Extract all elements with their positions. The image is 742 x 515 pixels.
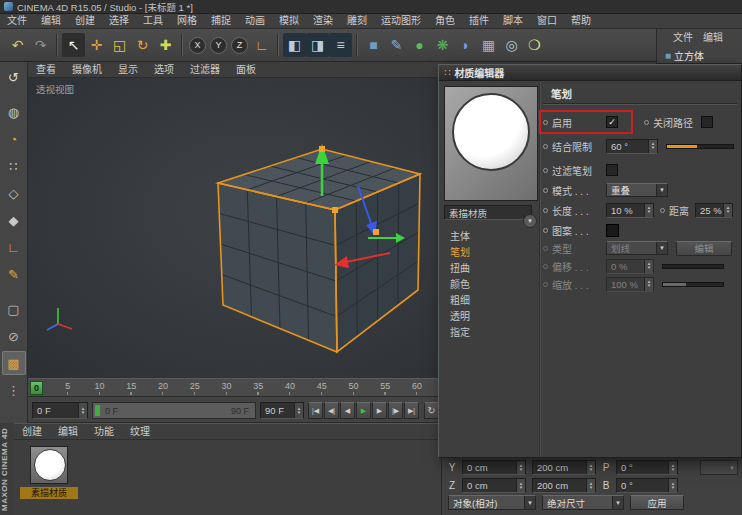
title-bar[interactable]: CINEMA 4D R15.05 / Studio - [未标题 1 *] (0, 0, 742, 14)
workplane-pen-icon[interactable]: ✎ (2, 262, 26, 286)
material-thumbnail[interactable] (30, 446, 68, 484)
prev-key-button[interactable]: ◀| (324, 402, 339, 419)
model-mode-icon[interactable]: ◍ (2, 100, 26, 124)
menu-item[interactable]: 网格 (170, 14, 204, 28)
offset-slider[interactable] (662, 264, 724, 269)
filter-strokes-checkbox[interactable] (606, 164, 618, 176)
coordinate-mode-dropdown[interactable]: 对象(相对)▼ (448, 495, 536, 510)
channel-item[interactable]: 指定 (444, 325, 536, 341)
animation-dot-icon[interactable] (543, 208, 548, 213)
toolbar-separator[interactable] (181, 34, 183, 56)
toolbar-separator[interactable] (356, 34, 358, 56)
join-limit-input[interactable]: 60 °▲▼ (606, 139, 658, 154)
stepper-arrows[interactable]: ▲▼ (586, 461, 595, 474)
scale-handle[interactable] (373, 229, 379, 235)
viewport-menu-item[interactable]: 摄像机 (64, 63, 110, 77)
render-picture-viewer-icon[interactable]: ◨ (306, 33, 329, 57)
add-cube-icon[interactable]: ■ (362, 33, 385, 57)
join-limit-slider[interactable] (666, 144, 734, 149)
channel-item[interactable]: 主体 (444, 229, 536, 245)
3d-scene[interactable] (28, 78, 441, 378)
animation-dot-icon[interactable] (543, 168, 548, 173)
coordinates-extra-dropdown[interactable]: ▼ (700, 460, 738, 475)
mode-dropdown[interactable]: 重叠▼ (606, 183, 668, 197)
stepper-arrows[interactable]: ▲▼ (586, 479, 595, 492)
offset-input[interactable]: 0 %▲▼ (606, 259, 654, 274)
menu-item[interactable]: 脚本 (496, 14, 530, 28)
material-name-input[interactable]: 素描材质 (444, 205, 532, 220)
stepper-arrows[interactable]: ▲▼ (648, 140, 657, 153)
viewport-menu-item[interactable]: 选项 (146, 63, 182, 77)
coordinate-system-icon[interactable]: ∟ (250, 33, 273, 57)
move-icon[interactable]: ✛ (85, 33, 108, 57)
pattern-swatch[interactable] (606, 224, 619, 237)
scale-icon[interactable]: ◱ (108, 33, 131, 57)
close-path-checkbox[interactable] (701, 116, 713, 128)
timeline-ruler[interactable]: 0 51015202530354045505560 (28, 378, 441, 397)
camera-icon[interactable]: ◎ (500, 33, 523, 57)
end-frame-input[interactable]: 90 F ▲▼ (260, 402, 304, 419)
apply-button[interactable]: 应用 (630, 495, 684, 510)
position-input[interactable]: 0 cm▲▼ (462, 460, 526, 475)
play-button[interactable]: ▶ (356, 402, 371, 419)
dialog-title-bar[interactable]: ∷ 材质编辑器 (439, 65, 741, 81)
axis-mode-icon[interactable]: ∟ (2, 235, 26, 259)
position-input[interactable]: 0 cm▲▼ (462, 478, 526, 493)
stepper-arrows[interactable]: ▲▼ (644, 278, 653, 291)
material-menu-item[interactable]: 纹理 (122, 425, 158, 439)
stepper-arrows[interactable]: ▲▼ (78, 403, 87, 418)
preview-options-button[interactable]: ▼ (523, 214, 537, 228)
current-frame-input[interactable]: 0 F ▲▼ (32, 402, 88, 419)
array-generator-icon[interactable]: ❋ (431, 33, 454, 57)
menu-item[interactable]: 捕捉 (204, 14, 238, 28)
menu-item[interactable]: 窗口 (530, 14, 564, 28)
range-current-marker[interactable] (95, 405, 100, 416)
menu-item[interactable]: 文件 (0, 14, 34, 28)
lock-icon[interactable]: ⊘ (2, 324, 26, 348)
vertex-handle[interactable] (319, 146, 325, 152)
next-key-button[interactable]: |▶ (388, 402, 403, 419)
viewport-solo-icon[interactable]: ▢ (2, 297, 26, 321)
floor-icon[interactable]: ▦ (477, 33, 500, 57)
viewport-menu-item[interactable]: 过滤器 (182, 63, 228, 77)
animation-dot-icon[interactable] (543, 188, 548, 193)
timeline-playhead[interactable]: 0 (30, 381, 43, 395)
viewport-canvas[interactable]: 透视视图 (28, 78, 441, 378)
rotation-input[interactable]: 0 °▲▼ (616, 460, 678, 475)
menu-item[interactable]: 模拟 (272, 14, 306, 28)
preview-range-slider[interactable]: 0 F 90 F (92, 402, 256, 419)
goto-end-button[interactable]: ▶| (404, 402, 419, 419)
subdivision-surface-icon[interactable]: ● (408, 33, 431, 57)
prev-frame-button[interactable]: ◀ (340, 402, 355, 419)
redo-icon[interactable]: ↷ (29, 33, 52, 57)
stepper-arrows[interactable]: ▲▼ (668, 479, 677, 492)
material-menu-item[interactable]: 创建 (14, 425, 50, 439)
deformer-icon[interactable]: ◗ (454, 33, 477, 57)
next-frame-button[interactable]: ▶ (372, 402, 387, 419)
toolbar-separator[interactable] (56, 34, 58, 56)
render-settings-icon[interactable]: ≡ (329, 33, 352, 57)
length-input[interactable]: 10 %▲▼ (606, 203, 654, 218)
material-preview[interactable] (444, 86, 538, 201)
stepper-arrows[interactable]: ▲▼ (294, 403, 303, 418)
channel-item[interactable]: 透明 (444, 309, 536, 325)
snap-icon[interactable]: ⋮ (2, 378, 26, 402)
animation-dot-icon[interactable] (543, 144, 548, 149)
last-tool-icon[interactable]: ✚ (154, 33, 177, 57)
texture-edit-icon[interactable]: ▩ (2, 351, 26, 375)
menu-item[interactable]: 运动图形 (374, 14, 428, 28)
step-down-icon[interactable]: ▼ (297, 411, 301, 415)
menu-item[interactable]: 插件 (462, 14, 496, 28)
material-menu-item[interactable]: 功能 (86, 425, 122, 439)
light-icon[interactable]: ❍ (523, 33, 546, 57)
undo-icon[interactable]: ↶ (6, 33, 29, 57)
channel-item[interactable]: 笔划 (444, 245, 536, 261)
live-selection-icon[interactable]: ↖ (62, 33, 85, 57)
stepper-arrows[interactable]: ▲▼ (516, 479, 525, 492)
stepper-arrows[interactable]: ▲▼ (723, 204, 732, 217)
edit-button[interactable]: 编辑 (676, 241, 732, 256)
animation-dot-icon[interactable] (543, 228, 548, 233)
polygon-mode-icon[interactable]: ◆ (2, 208, 26, 232)
stepper-arrows[interactable]: ▲▼ (644, 260, 653, 273)
stepper-arrows[interactable]: ▲▼ (668, 461, 677, 474)
